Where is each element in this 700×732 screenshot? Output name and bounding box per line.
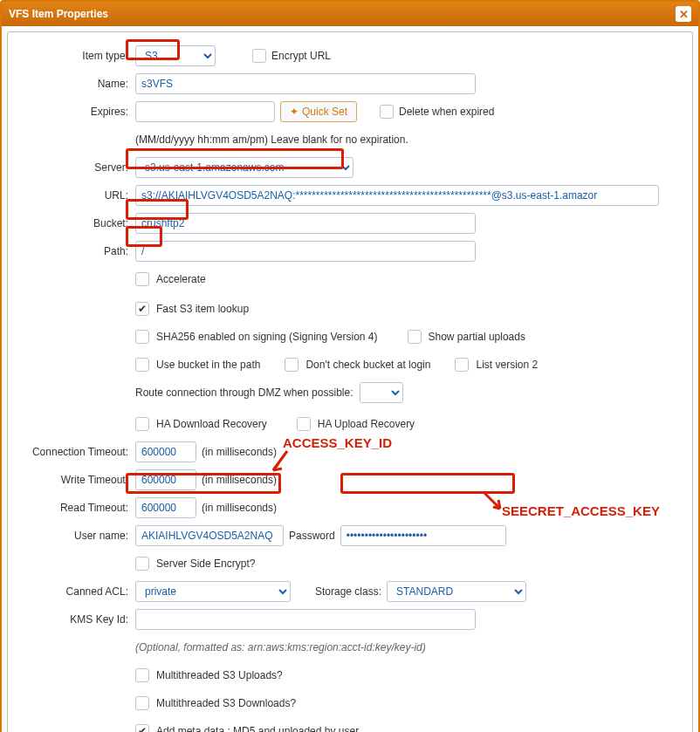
kms-input[interactable] <box>135 609 476 630</box>
url-label: URL: <box>24 189 135 202</box>
expires-input[interactable] <box>135 101 275 122</box>
canned-acl-label: Canned ACL: <box>24 585 135 598</box>
delete-expired-checkbox[interactable] <box>380 105 394 119</box>
fast-lookup-label: Fast S3 item lookup <box>156 303 249 315</box>
accelerate-checkbox[interactable] <box>135 272 149 286</box>
expires-label: Expires: <box>24 106 135 118</box>
expires-hint: (MM/dd/yyyy hh:mm am/pm) Leave blank for… <box>135 133 408 146</box>
add-meta-checkbox[interactable] <box>135 724 149 732</box>
list-v2-checkbox[interactable] <box>455 358 469 372</box>
read-timeout-input[interactable] <box>135 497 196 518</box>
ha-download-checkbox[interactable] <box>135 417 149 431</box>
password-input[interactable] <box>340 525 506 546</box>
ha-upload-checkbox[interactable] <box>297 417 311 431</box>
titlebar: VFS Item Properties ✕ <box>2 2 698 26</box>
ms-hint-3: (in milliseconds) <box>202 502 277 514</box>
item-type-select[interactable]: S3 <box>135 45 216 66</box>
vfs-properties-dialog: VFS Item Properties ✕ Item type: S3 Encr… <box>0 0 700 732</box>
ha-upload-label: HA Upload Recovery <box>318 418 415 430</box>
fast-lookup-checkbox[interactable] <box>135 302 149 316</box>
server-side-encrypt-checkbox[interactable] <box>135 557 149 571</box>
bucket-in-path-checkbox[interactable] <box>135 358 149 372</box>
mt-uploads-label: Multithreaded S3 Uploads? <box>156 669 283 681</box>
username-input[interactable] <box>135 525 284 546</box>
read-timeout-label: Read Timeout: <box>24 502 135 514</box>
mt-downloads-checkbox[interactable] <box>135 696 149 710</box>
item-type-label: Item type: <box>24 50 135 62</box>
dialog-title: VFS Item Properties <box>9 8 108 20</box>
dont-check-bucket-label: Don't check bucket at login <box>305 359 430 371</box>
dmz-label: Route connection through DMZ when possib… <box>135 387 353 399</box>
canned-acl-select[interactable]: private <box>135 581 291 602</box>
storage-class-select[interactable]: STANDARD <box>387 581 526 602</box>
server-select[interactable]: s3.us-east-1.amazonaws.com <box>135 157 353 178</box>
storage-class-label: Storage class: <box>315 585 381 598</box>
name-label: Name: <box>24 78 135 90</box>
wand-icon: ✦ <box>290 106 299 118</box>
close-icon[interactable]: ✕ <box>676 6 691 22</box>
write-timeout-label: Write Timeout: <box>24 474 135 486</box>
sha256-label: SHA256 enabled on signing (Signing Versi… <box>156 331 378 343</box>
ha-download-label: HA Download Recovery <box>156 418 267 430</box>
conn-timeout-input[interactable] <box>135 441 196 462</box>
kms-label: KMS Key Id: <box>24 613 135 626</box>
mt-uploads-checkbox[interactable] <box>135 668 149 682</box>
dialog-body: Item type: S3 Encrypt URL Name: Expires: <box>7 31 693 732</box>
mt-downloads-label: Multithreaded S3 Downloads? <box>156 697 296 709</box>
encrypt-url-label: Encrypt URL <box>271 50 331 62</box>
quick-set-button[interactable]: ✦ Quick Set <box>280 101 357 122</box>
username-label: User name: <box>24 530 135 542</box>
sha256-checkbox[interactable] <box>135 330 149 344</box>
server-label: Server: <box>24 161 135 174</box>
bucket-input[interactable] <box>135 213 476 234</box>
accelerate-label: Accelerate <box>156 273 206 285</box>
name-input[interactable] <box>135 73 476 94</box>
path-label: Path: <box>24 245 135 257</box>
dont-check-bucket-checkbox[interactable] <box>285 358 299 372</box>
server-side-encrypt-label: Server Side Encrypt? <box>156 558 255 570</box>
kms-hint: (Optional, formatted as: arn:aws:kms:reg… <box>135 641 426 653</box>
list-v2-label: List version 2 <box>476 359 538 371</box>
ms-hint-2: (in milliseconds) <box>202 474 277 486</box>
encrypt-url-checkbox[interactable] <box>252 49 266 63</box>
path-input[interactable] <box>135 241 476 262</box>
show-partial-checkbox[interactable] <box>408 330 422 344</box>
ms-hint-1: (in milliseconds) <box>202 446 277 458</box>
bucket-in-path-label: Use bucket in the path <box>156 359 260 371</box>
password-label: Password <box>289 530 335 542</box>
write-timeout-input[interactable] <box>135 469 196 490</box>
dmz-select[interactable] <box>360 382 403 403</box>
conn-timeout-label: Connection Timeout: <box>24 446 135 458</box>
add-meta-label: Add meta data : MD5 and uploaded by user <box>156 725 359 732</box>
url-input[interactable] <box>135 185 659 206</box>
bucket-label: Bucket: <box>24 217 135 229</box>
delete-expired-label: Delete when expired <box>399 106 494 118</box>
show-partial-label: Show partial uploads <box>429 331 525 343</box>
